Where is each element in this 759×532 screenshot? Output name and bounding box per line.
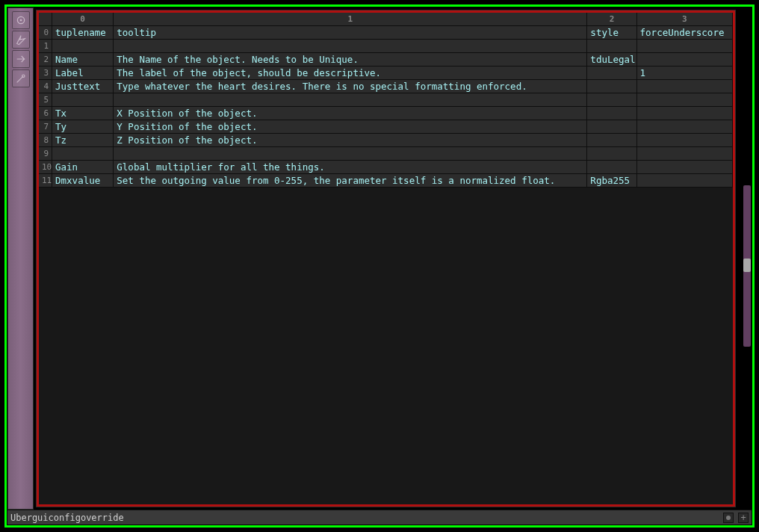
cell[interactable]: Global multiplier for all the things. [114,161,587,174]
row-number[interactable]: 10 [39,161,52,174]
row-number[interactable]: 11 [39,174,52,188]
table-row: 1 [39,40,733,53]
cell[interactable]: Gain [52,161,114,174]
cell[interactable]: Tx [52,107,114,120]
cell[interactable] [52,40,114,53]
table-row: 2NameThe Name of the object. Needs to be… [39,53,733,66]
cell[interactable] [637,174,733,188]
cell[interactable]: Name [52,53,114,66]
cell[interactable]: forceUnderscore [637,26,733,40]
column-header[interactable]: 2 [587,13,636,26]
cell[interactable]: Dmxvalue [52,174,114,188]
row-number[interactable]: 7 [39,120,52,134]
cell[interactable]: Justtext [52,80,114,93]
cell[interactable]: X Position of the object. [114,107,587,120]
table-row: 11DmxvalueSet the outgoing value from 0-… [39,174,733,188]
bolt-icon[interactable] [12,31,30,49]
data-table[interactable]: 0 1 2 3 0tuplenametooltipstyleforceUnder… [39,13,733,188]
cell[interactable] [114,40,587,53]
cell[interactable] [52,93,114,107]
column-header[interactable]: 0 [52,13,114,26]
cell[interactable]: Tz [52,134,114,147]
table-row: 8TzZ Position of the object. [39,134,733,147]
svg-point-2 [22,75,24,77]
cell[interactable] [637,80,733,93]
cell[interactable]: The Name of the object. Needs to be Uniq… [114,53,587,66]
table-row: 9 [39,147,733,161]
cell[interactable] [637,134,733,147]
cell[interactable]: tuplename [52,26,114,40]
status-title: Uberguiconfigoverride [10,513,124,523]
row-number[interactable]: 8 [39,134,52,147]
table-row: 6TxX Position of the object. [39,107,733,120]
cell[interactable] [587,147,636,161]
column-header[interactable]: 3 [637,13,733,26]
cell[interactable] [587,93,636,107]
row-number[interactable]: 2 [39,53,52,66]
cell[interactable] [587,66,636,80]
row-number[interactable]: 1 [39,40,52,53]
corner-cell [39,13,52,26]
cell[interactable] [587,40,636,53]
column-header-row: 0 1 2 3 [39,13,733,26]
cell[interactable]: Z Position of the object. [114,134,587,147]
row-number[interactable]: 0 [39,26,52,40]
cell[interactable] [52,147,114,161]
wand-icon[interactable] [12,69,30,87]
table-row: 5 [39,93,733,107]
scrollbar-zone [738,7,752,510]
row-number[interactable]: 6 [39,107,52,120]
cell[interactable]: Rgba255 [587,174,636,188]
cell[interactable] [587,107,636,120]
cell[interactable] [114,147,587,161]
table-row: 10GainGlobal multiplier for all the thin… [39,161,733,174]
column-header[interactable]: 1 [114,13,587,26]
table-area: 0 1 2 3 0tuplenametooltipstyleforceUnder… [36,10,736,507]
cell[interactable]: Label [52,66,114,80]
cell[interactable] [114,93,587,107]
arrow-right-icon[interactable] [12,50,30,68]
cell[interactable]: style [587,26,636,40]
cell[interactable] [637,93,733,107]
cell[interactable] [637,107,733,120]
table-scroll[interactable]: 0 1 2 3 0tuplenametooltipstyleforceUnder… [39,13,733,504]
record-icon[interactable] [723,513,734,523]
row-number[interactable]: 5 [39,93,52,107]
cell[interactable] [587,161,636,174]
cell[interactable] [587,134,636,147]
add-icon[interactable]: + [738,513,749,523]
table-row: 7TyY Position of the object. [39,120,733,134]
cell[interactable]: Ty [52,120,114,134]
row-number[interactable]: 4 [39,80,52,93]
svg-point-1 [19,19,22,22]
cell[interactable] [637,161,733,174]
table-row: 0tuplenametooltipstyleforceUnderscore [39,26,733,40]
cell[interactable] [637,120,733,134]
side-toolbar [7,7,34,510]
cell[interactable]: Set the outgoing value from 0-255, the p… [114,174,587,188]
cell[interactable] [637,53,733,66]
cell[interactable]: The label of the object, should be descr… [114,66,587,80]
table-row: 4JusttextType whatever the heart desires… [39,80,733,93]
cell[interactable]: Type whatever the heart desires. There i… [114,80,587,93]
row-number[interactable]: 9 [39,147,52,161]
cell[interactable]: Y Position of the object. [114,120,587,134]
cell[interactable] [637,147,733,161]
cell[interactable] [587,80,636,93]
cell[interactable]: tduLegal [587,53,636,66]
target-icon[interactable] [12,11,30,29]
cell[interactable] [587,120,636,134]
cell[interactable] [637,40,733,53]
row-number[interactable]: 3 [39,66,52,80]
status-bar: Uberguiconfigoverride + [7,510,752,525]
cell[interactable]: tooltip [114,26,587,40]
vertical-scrollbar-thumb[interactable] [743,259,751,272]
table-row: 3LabelThe label of the object, should be… [39,66,733,80]
cell[interactable]: 1 [637,66,733,80]
